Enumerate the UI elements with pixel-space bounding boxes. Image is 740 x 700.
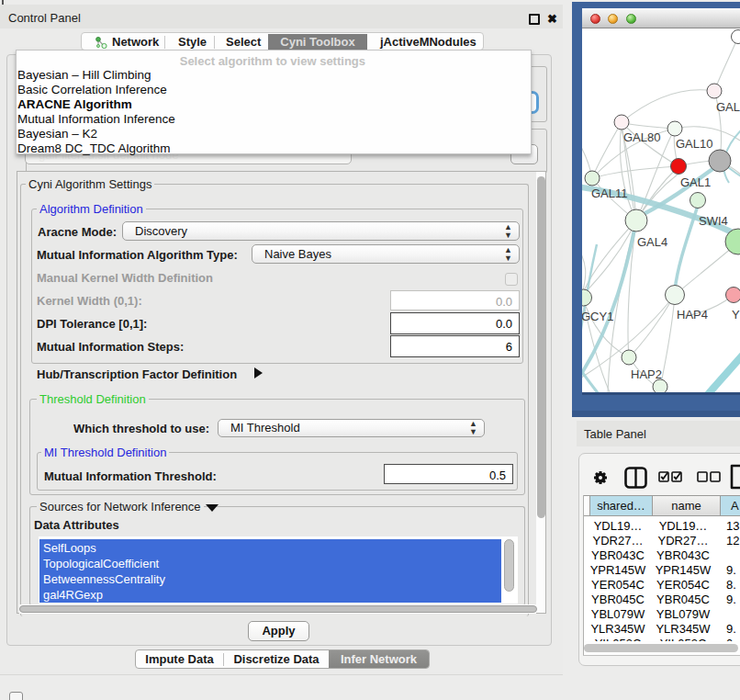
svg-text:SWI4: SWI4 [699,214,728,228]
svg-text:GCY1: GCY1 [582,310,613,323]
svg-text:GAL1: GAL1 [680,175,711,189]
svg-text:YEL: YEL [732,308,740,322]
svg-text:GAL10: GAL10 [676,137,712,151]
svg-text:GAL7: GAL7 [716,100,740,114]
svg-text:GAL80: GAL80 [623,130,660,144]
svg-text:GAL11: GAL11 [591,186,628,200]
svg-text:HAP4: HAP4 [677,308,708,322]
svg-text:GAL4: GAL4 [637,235,667,249]
svg-text:HAP2: HAP2 [631,367,662,381]
